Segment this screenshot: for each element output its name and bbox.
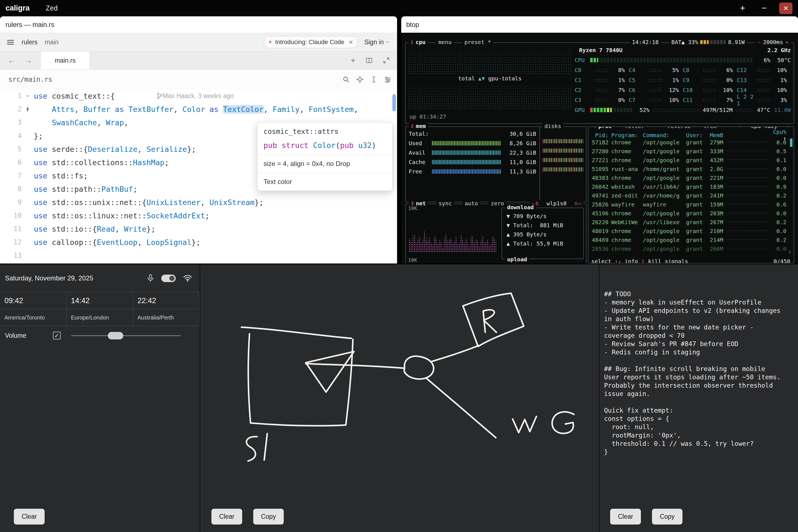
clear-button[interactable]: Clear [211,509,242,525]
note-line: threshold: 0.1 // was 0.5, try lower? [604,439,795,448]
status-icons [147,274,192,282]
cpu-core-cell: C1010% [683,85,737,95]
net-interface[interactable]: ←b wlp1s0 n→ [530,200,583,207]
workspace-label[interactable]: caligra [5,4,30,13]
volume-checkbox[interactable]: ✓ [53,332,61,339]
btop-window-titlebar[interactable]: btop [401,16,798,33]
download-label: download [505,204,536,211]
breadcrumb[interactable]: src/main.rs [8,76,52,83]
code-line[interactable]: 1›use cosmic_text::{Max Haack, 3 weeks a… [0,89,397,102]
code-line[interactable]: 12use calloop::{EventLoop, LoopSignal}; [0,235,397,249]
net-rate-row: ▲Total: 55,9 MiB [507,239,579,248]
notes-text[interactable]: ## TODO- memory leak in useEffect on Use… [604,290,795,456]
menu-hamburger-icon[interactable] [7,40,14,44]
split-pane-icon[interactable] [365,57,373,64]
code-text: use std::path::PathBuf; [34,185,137,193]
code-line[interactable]: 10use std::os::linux::net::SocketAddrExt… [0,209,397,222]
zero-option[interactable]: zero [489,200,506,207]
process-row[interactable]: 48469chrome/opt/googlegrant214M0.2 [591,235,786,244]
search-icon[interactable] [342,76,350,83]
proc-footer-keys[interactable]: select ↑↓ info t kill signals [591,258,688,264]
sketch-stroke [431,345,478,362]
copy-button[interactable]: Copy [652,509,682,525]
gutter-slot: › [22,93,34,99]
tab-main-rs[interactable]: main.rs [40,52,90,69]
filter-sliders-icon[interactable] [384,76,392,83]
mem-row: Free11,3 GiB [409,167,536,176]
process-row[interactable]: 26042wbstash/usr/lib64/grant183M0.9 [591,182,786,191]
sketch-stroke [463,293,524,346]
sketch-canvas[interactable] [200,264,599,531]
new-window-button[interactable]: + [736,2,749,14]
wifi-icon[interactable] [183,274,192,282]
toggle-switch[interactable] [161,274,176,282]
mem-row: Used8,26 GiB [409,138,536,148]
close-button[interactable]: × [779,2,793,14]
project-name[interactable]: rulers [22,39,38,46]
sync-option[interactable]: sync [436,200,454,207]
branch-name[interactable]: main [45,39,59,46]
process-table: 57182chrome/opt/googlegrant279M0.027280c… [591,138,786,253]
proc-scrollbar-thumb[interactable] [790,138,793,147]
process-row[interactable]: 45196chrome/opt/googlegrant203M0.0 [591,209,786,218]
clock-header: Saturday, November 29, 2025 [0,264,200,292]
note-line: Quick fix attempt: [604,406,795,415]
scroll-down-arrow-icon[interactable]: ↓ [788,248,791,255]
fold-chevron-icon[interactable]: › [25,94,31,98]
sign-in-button[interactable]: Sign in › [364,39,389,46]
microphone-icon[interactable] [147,274,154,282]
code-text: }; [34,132,43,140]
text-cursor-icon[interactable] [370,76,378,83]
process-row[interactable]: 26220WebKitWe/usr/libexegrant267M0.2 [591,218,786,227]
cpu-model-row: Ryzen 7 7840U 2.2 GHz [575,45,791,55]
net-rate-row: ▼Total: 881 MiB [507,221,579,230]
back-arrow-icon[interactable]: ← [8,56,15,65]
code-action-bolt-icon[interactable] [26,106,30,113]
process-table-header[interactable]: Pid:Program:Command:User:MemBCpu% ↑ [591,129,786,137]
process-row[interactable]: 48383chrome/opt/googlegrant221M0.0 [591,173,786,182]
cpu-core-cell: C117% [683,95,737,105]
maximize-icon[interactable] [383,57,390,64]
zed-window-titlebar[interactable]: rulers — main.rs [0,16,397,33]
volume-slider[interactable] [71,335,180,336]
code-line[interactable]: 11use std::io::{Read, Write}; [0,222,397,235]
copy-button[interactable]: Copy [253,509,284,525]
clear-button[interactable]: Clear [610,509,641,525]
app-label-zed[interactable]: Zed [46,4,58,12]
btop-terminal[interactable]: 1cpu menu preset * 14:42:18 BAT▲ 33%8.91… [401,33,798,264]
minimize-button[interactable]: − [758,2,771,14]
code-line[interactable]: 9use std::os::unix::net::{UnixListener, … [0,196,397,209]
line-number: 8 [0,185,22,193]
code-line[interactable]: 2 Attrs, Buffer as TextBuffer, Color as … [0,102,397,116]
forward-arrow-icon[interactable]: → [25,56,32,65]
process-row[interactable]: 51095rust-ana/home/grantgrant2.0G0.0 [591,165,786,173]
new-tab-icon[interactable]: + [350,56,356,65]
note-line: const options = { [604,415,795,423]
editor-scrollbar-thumb[interactable] [392,94,396,111]
process-row[interactable]: 57182chrome/opt/googlegrant279M0.0 [591,138,786,147]
process-row[interactable]: 49741zed-edit/var/home/ggrant241M0.2 [591,191,786,200]
clear-button[interactable]: Clear [14,509,44,525]
mem-box-title: 2mem [409,123,428,129]
popup-layout-info: size = 4, align = 0x4, no Drop [264,160,386,168]
auto-option[interactable]: auto [462,200,480,207]
process-row[interactable]: 25826wayfirewayfiregrant159M0.6 [591,200,786,209]
process-row[interactable]: 48019chrome/opt/googlegrant210M0.0 [591,227,786,235]
process-row[interactable]: 28536chrome/opt/googlegrant266M0.0 [591,244,786,253]
process-row[interactable]: 27221chrome/opt/googlegrant432M0.1 [591,156,786,165]
graph-divider-label[interactable]: total ▲▼ gpu-totals [408,75,572,82]
banner-close-icon[interactable]: × [348,38,353,46]
git-blame-text[interactable]: Max Haack, 3 weeks ago [163,92,234,100]
hover-popup: cosmic_text::attrs pub struct Color(pub … [257,122,393,191]
code-text: use std::fs; [34,172,88,180]
note-line: coverage dropped < 70 [604,331,795,340]
inline-assist-icon[interactable] [356,76,364,83]
refresh-interval[interactable]: −2000ms+ [755,39,791,45]
checkmark-icon: ✓ [54,332,59,339]
claude-code-banner[interactable]: * Introducing: Claude Code × [264,36,358,48]
volume-slider-handle[interactable] [108,332,123,339]
timezone-time: 14:42 [66,292,133,309]
code-line[interactable]: 13 [0,249,397,262]
process-row[interactable]: 27280chrome/opt/googlegrant333M0.5 [591,147,786,156]
mem-total-row: Total: 30,6 GiB [409,129,536,138]
